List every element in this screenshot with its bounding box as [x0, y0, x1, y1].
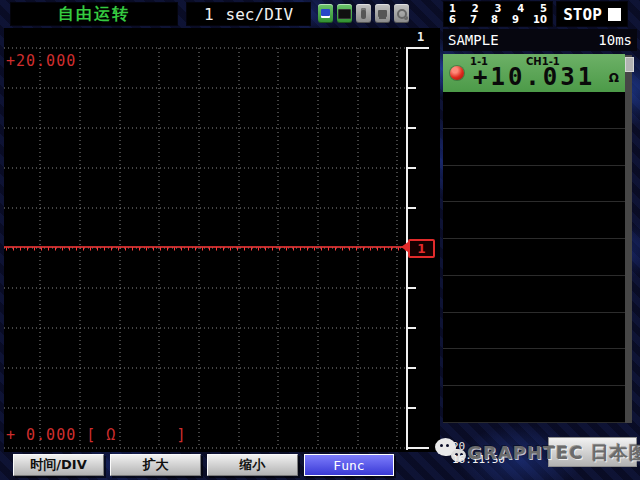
scrollbar-thumb[interactable]	[625, 57, 634, 72]
channel-numbers-row2: 6 7 8 9 10	[449, 14, 547, 25]
ch-num: 10	[533, 14, 547, 25]
ch1-level-marker[interactable]: 1	[408, 239, 435, 258]
waveform-plot[interactable]: +20.000 + 0.000 [ Ω ] 1 1	[4, 28, 440, 452]
pc-icon	[375, 4, 390, 23]
sample-rate-value: 10ms	[598, 32, 632, 48]
time-div-button[interactable]: 时间/DIV	[13, 454, 104, 476]
ch-num: 9	[512, 14, 519, 25]
channel-number-grid: 1 2 3 4 5 6 7 8 9 10	[443, 1, 553, 27]
func-button[interactable]: Func	[304, 454, 394, 476]
channel-numbers-row1: 1 2 3 4 5	[449, 3, 547, 14]
ch-num: 4	[517, 3, 524, 14]
time-per-div-value: 1	[204, 5, 214, 24]
ch-num: 8	[491, 14, 498, 25]
sample-bar: SAMPLE 10ms	[443, 29, 637, 51]
display-icon	[337, 4, 352, 23]
channel-row-empty	[443, 349, 625, 386]
stop-label: STOP	[563, 5, 602, 24]
channel-row-empty	[443, 313, 625, 350]
sd-card-icon	[318, 4, 333, 23]
channel-row-empty	[443, 386, 625, 423]
sample-label: SAMPLE	[448, 32, 499, 48]
channel-row-empty	[443, 202, 625, 239]
zoom-in-button-label: 扩大	[143, 456, 169, 474]
channel-value: +10.031	[473, 63, 595, 91]
zoom-out-button-label: 缩小	[240, 456, 266, 474]
time-per-div-box[interactable]: 1 sec/DIV	[186, 2, 311, 26]
record-indicator-icon	[450, 66, 464, 80]
usb-stick-icon	[356, 4, 371, 23]
ch-num: 2	[472, 3, 479, 14]
run-status-label: 自由运转	[58, 4, 130, 25]
ch-num: 3	[495, 3, 502, 14]
channel-list-scrollbar[interactable]	[625, 55, 632, 423]
marker-arrow-icon	[401, 242, 408, 252]
ch-num: 1	[449, 3, 456, 14]
ch-num: 5	[540, 3, 547, 14]
stop-indicator-square	[608, 8, 621, 21]
channel-row-empty	[443, 129, 625, 166]
ch-num: 7	[470, 14, 477, 25]
stop-status-box: STOP	[556, 1, 628, 27]
scale-min-label: + 0.000 [ Ω ]	[6, 426, 187, 444]
channel-row-empty	[443, 92, 625, 129]
zoom-out-button[interactable]: 缩小	[207, 454, 298, 476]
plot-grid-svg	[4, 28, 440, 452]
watermark-text: GRAPHTEC 日本图技	[467, 441, 640, 465]
status-icon-row	[318, 4, 409, 23]
channel-list: 1-1 CH1-1 +10.031 Ω	[443, 54, 625, 423]
channel-unit: Ω	[609, 71, 619, 85]
datalogger-screen: 自由运转 1 sec/DIV 1 2 3 4 5 6 7 8 9 10 STOP	[0, 0, 640, 480]
key-icon	[394, 4, 409, 23]
channel-row-empty	[443, 276, 625, 313]
date-text: 20	[452, 440, 465, 453]
run-status-box: 自由运转	[10, 2, 178, 26]
func-button-label: Func	[333, 458, 364, 473]
channel-row-empty	[443, 166, 625, 203]
marker-label: 1	[417, 243, 425, 255]
time-div-button-label: 时间/DIV	[30, 456, 86, 474]
ch-num: 6	[449, 14, 456, 25]
scale-max-label: +20.000	[6, 52, 76, 70]
channel-row-active[interactable]: 1-1 CH1-1 +10.031 Ω	[443, 54, 625, 92]
time-per-div-unit: sec/DIV	[226, 5, 293, 24]
channel-row-empty	[443, 239, 625, 276]
zoom-in-button[interactable]: 扩大	[110, 454, 201, 476]
axis-channel-label: 1	[417, 30, 424, 44]
